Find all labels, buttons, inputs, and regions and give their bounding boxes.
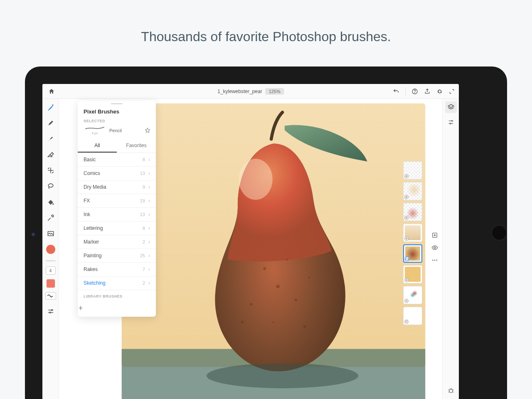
- brush-tabs: All Favorites: [78, 139, 156, 153]
- category-row[interactable]: Ink13›: [78, 208, 156, 222]
- svg-point-15: [308, 277, 310, 278]
- chevron-right-icon: ›: [148, 225, 150, 231]
- more-button[interactable]: [431, 257, 438, 264]
- favorite-toggle[interactable]: [144, 127, 151, 134]
- category-row[interactable]: Dry Media9›: [78, 180, 156, 194]
- tool-fill[interactable]: [45, 196, 57, 208]
- category-count: 8: [143, 157, 148, 162]
- layer-thumb[interactable]: ⊗: [403, 203, 422, 221]
- svg-point-19: [273, 321, 274, 323]
- layer-thumb[interactable]: ⊘: [403, 286, 422, 304]
- tab-all[interactable]: All: [78, 139, 117, 153]
- category-row[interactable]: Comics13›: [78, 167, 156, 180]
- layer-visibility-icon[interactable]: ⊗: [404, 174, 409, 178]
- tool-image[interactable]: [45, 228, 57, 239]
- help-button[interactable]: [411, 88, 418, 95]
- layers-panel-button[interactable]: [445, 101, 457, 113]
- debug-button[interactable]: [448, 387, 454, 394]
- tool-lasso[interactable]: [45, 180, 57, 192]
- separator: [405, 87, 406, 96]
- category-row[interactable]: Basic8›: [78, 153, 156, 167]
- share-icon: [424, 88, 431, 95]
- category-name: FX: [84, 198, 90, 204]
- category-count: 2: [143, 281, 148, 286]
- brush-size-chip[interactable]: 4: [46, 266, 56, 275]
- fullscreen-button[interactable]: [449, 89, 455, 94]
- selected-brush-row[interactable]: 4 px Pencil: [78, 123, 156, 139]
- layer-visibility-icon[interactable]: ⊗: [404, 195, 409, 199]
- category-row[interactable]: Marker2›: [78, 235, 156, 249]
- plus-box-icon: [431, 232, 438, 239]
- zoom-badge[interactable]: 125%: [266, 88, 284, 95]
- wave-icon: [47, 294, 54, 298]
- secondary-color-swatch[interactable]: [46, 279, 55, 288]
- primary-color-swatch[interactable]: [45, 244, 57, 255]
- layer-visibility-button[interactable]: [431, 244, 438, 251]
- tool-vector-brush[interactable]: [45, 117, 57, 129]
- settings-button[interactable]: [436, 88, 443, 95]
- layer-thumb[interactable]: ⊟: [403, 307, 422, 325]
- tool-smudge[interactable]: [45, 133, 57, 145]
- sliders-icon: [448, 119, 454, 126]
- tool-pixel-brush[interactable]: [45, 101, 57, 113]
- plus-icon: [78, 305, 84, 311]
- chevron-right-icon: ›: [148, 253, 150, 259]
- layer-thumb[interactable]: ⊗: [403, 265, 422, 283]
- category-count: 13: [140, 212, 148, 217]
- bug-icon: [448, 387, 454, 394]
- chevron-right-icon: ›: [148, 198, 150, 204]
- category-row[interactable]: Rakes7›: [78, 263, 156, 276]
- category-count: 25: [140, 253, 148, 258]
- category-name: Painting: [84, 253, 101, 259]
- canvas[interactable]: Pixel Brushes SELECTED 4 px Pencil Al: [59, 99, 442, 399]
- add-layer-button[interactable]: [431, 232, 438, 239]
- left-toolbar: 4: [42, 99, 59, 399]
- brush-flow-chip[interactable]: [45, 292, 56, 300]
- category-row[interactable]: Sketching2›: [78, 276, 156, 290]
- svg-point-20: [207, 363, 358, 388]
- category-row[interactable]: Lettering8›: [78, 222, 156, 235]
- chevron-right-icon: ›: [148, 212, 150, 217]
- svg-point-17: [241, 321, 244, 323]
- smudge-icon: [47, 135, 55, 143]
- layer-thumb[interactable]: ⊗: [403, 161, 422, 180]
- chevron-right-icon: ›: [148, 184, 150, 190]
- add-brush-button[interactable]: [78, 301, 156, 317]
- category-row[interactable]: Painting25›: [78, 249, 156, 263]
- svg-point-24: [434, 260, 436, 261]
- tool-eraser[interactable]: [45, 149, 57, 160]
- layer-visibility-icon[interactable]: ⊗: [404, 216, 409, 220]
- layers-icon: [447, 103, 455, 111]
- chevron-right-icon: ›: [148, 266, 150, 272]
- tab-favorites[interactable]: Favorites: [117, 139, 156, 153]
- undo-button[interactable]: [393, 88, 399, 95]
- panel-drag-handle[interactable]: [111, 103, 123, 104]
- tool-adjustments[interactable]: [45, 305, 57, 317]
- layer-thumb[interactable]: ⊗: [403, 182, 422, 200]
- svg-point-10: [239, 159, 273, 200]
- layer-ps-icon[interactable]: Ps: [405, 257, 409, 261]
- svg-point-7: [49, 312, 51, 313]
- document-title-wrap: 1_kylewebster_pear 125%: [217, 88, 284, 95]
- home-button[interactable]: [47, 86, 57, 96]
- tool-transform[interactable]: [45, 165, 57, 176]
- category-name: Ink: [84, 212, 90, 217]
- layer-hidden-icon[interactable]: ⊘: [404, 299, 409, 303]
- app-screen: 1_kylewebster_pear 125%: [42, 84, 459, 399]
- layer-visibility-icon[interactable]: ⊗: [404, 278, 409, 282]
- svg-point-11: [263, 267, 266, 270]
- tool-eyedropper[interactable]: [45, 212, 57, 224]
- category-row[interactable]: FX19›: [78, 194, 156, 208]
- layer-visibility-icon[interactable]: ⊗: [404, 236, 409, 241]
- layer-thumb[interactable]: Ps: [403, 244, 422, 263]
- chevron-right-icon: ›: [148, 170, 150, 176]
- top-bar: 1_kylewebster_pear 125%: [42, 84, 459, 99]
- category-name: Marker: [84, 239, 99, 245]
- properties-button[interactable]: [448, 119, 454, 126]
- layer-lock-icon[interactable]: ⊟: [404, 320, 409, 324]
- svg-point-4: [52, 203, 54, 204]
- vector-brush-icon: [47, 119, 55, 127]
- layer-thumb[interactable]: ⊗: [403, 224, 422, 242]
- share-button[interactable]: [424, 88, 431, 95]
- panel-title: Pixel Brushes: [78, 106, 156, 119]
